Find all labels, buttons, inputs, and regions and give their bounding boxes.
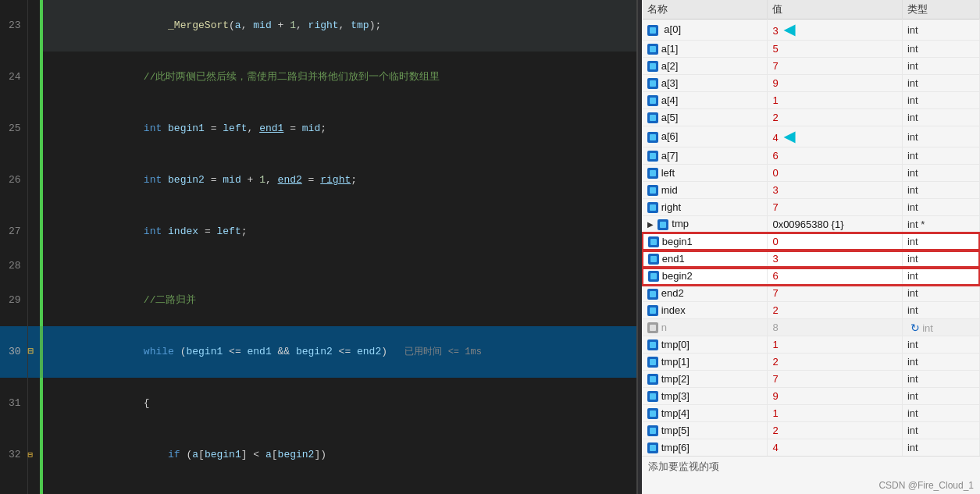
table-row: 33 { bbox=[0, 481, 636, 494]
var-name: a[0] bbox=[643, 20, 768, 41]
var-row-tmp6: tmp[6] 4 int bbox=[643, 439, 979, 457]
var-icon bbox=[647, 168, 658, 179]
var-type: int bbox=[902, 58, 979, 75]
code-content: _MergeSort(a, mid + 1, right, tmp); bbox=[43, 0, 636, 52]
var-value: 1 bbox=[768, 336, 903, 354]
vars-table-wrap[interactable]: 名称 值 类型 a[0] 3 ◀ int bbox=[642, 0, 980, 456]
table-row: 32 ⊟ if (a[begin1] < a[begin2]) bbox=[0, 429, 636, 481]
var-name: tmp[5] bbox=[643, 422, 768, 439]
var-value: 2 bbox=[768, 354, 903, 371]
var-icon bbox=[647, 391, 658, 402]
table-row: 30 ⊟ while (begin1 <= end1 && begin2 <= … bbox=[0, 326, 636, 378]
gutter-area: ⊟ bbox=[27, 429, 40, 481]
code-content: { bbox=[43, 378, 636, 429]
var-icon bbox=[648, 254, 659, 265]
vars-table: 名称 值 类型 a[0] 3 ◀ int bbox=[642, 0, 980, 456]
var-value: 2 bbox=[768, 302, 903, 319]
add-watch-label: 添加要监视的项 bbox=[648, 460, 719, 472]
gutter-area bbox=[27, 378, 40, 429]
var-value: 5 bbox=[768, 41, 903, 58]
var-value: 7 bbox=[768, 58, 903, 75]
var-icon bbox=[647, 132, 658, 143]
var-type: int bbox=[902, 165, 979, 182]
var-icon bbox=[647, 95, 658, 106]
var-type: int bbox=[902, 20, 979, 41]
var-name: index bbox=[643, 302, 768, 319]
var-name: begin1 bbox=[643, 233, 768, 251]
var-row-left: left 0 int bbox=[643, 165, 979, 182]
var-type: int bbox=[902, 354, 979, 371]
table-row: 28 bbox=[0, 258, 636, 275]
var-icon bbox=[647, 408, 658, 419]
var-row-a2: a[2] 7 int bbox=[643, 58, 979, 75]
line-number: 24 bbox=[0, 52, 27, 103]
table-row: 24 //此时两侧已然后续，需使用二路归并将他们放到一个临时数组里 bbox=[0, 52, 636, 103]
var-value: 1 bbox=[768, 92, 903, 109]
var-row-tmp2: tmp[2] 7 int bbox=[643, 371, 979, 388]
var-row-a7: a[7] 6 int bbox=[643, 147, 979, 165]
gutter-area bbox=[27, 481, 40, 494]
var-type: int bbox=[902, 233, 979, 251]
var-icon bbox=[647, 44, 658, 55]
var-name: tmp[6] bbox=[643, 439, 768, 457]
var-row-a5: a[5] 2 int bbox=[643, 109, 979, 126]
var-icon bbox=[647, 374, 658, 385]
var-value: 7 bbox=[768, 199, 903, 216]
var-type: ↻ int bbox=[902, 319, 979, 336]
var-icon bbox=[647, 425, 658, 436]
code-area: 23 _MergeSort(a, mid + 1, right, tmp); 2… bbox=[0, 0, 636, 494]
vars-panel: 名称 值 类型 a[0] 3 ◀ int bbox=[642, 0, 980, 494]
var-row-a0: a[0] 3 ◀ int bbox=[643, 20, 979, 41]
var-name: mid bbox=[643, 182, 768, 199]
var-row-a6: a[6] 4 ◀ int bbox=[643, 126, 979, 147]
code-content: //二路归并 bbox=[43, 275, 636, 326]
table-row: 26 int begin2 = mid + 1, end2 = right; bbox=[0, 155, 636, 206]
refresh-icon[interactable]: ↻ bbox=[911, 322, 920, 334]
var-type: int bbox=[902, 199, 979, 216]
line-number: 26 bbox=[0, 155, 27, 206]
var-row-mid: mid 3 int bbox=[643, 182, 979, 199]
var-value: 3 bbox=[768, 182, 903, 199]
var-type: int bbox=[902, 41, 979, 58]
var-value: 3 bbox=[768, 251, 903, 268]
vars-header-row: 名称 值 类型 bbox=[643, 0, 979, 20]
vars-type-col-header: 类型 bbox=[902, 0, 979, 20]
code-content: if (a[begin1] < a[begin2]) bbox=[43, 429, 636, 481]
var-type: int bbox=[902, 371, 979, 388]
var-value: 9 bbox=[768, 75, 903, 92]
expand-arrow-icon[interactable]: ▶ bbox=[647, 220, 654, 229]
var-row-a3: a[3] 9 int bbox=[643, 75, 979, 92]
var-value: 3 ◀ bbox=[768, 20, 903, 41]
line-number: 32 bbox=[0, 429, 27, 481]
var-name: tmp[3] bbox=[643, 388, 768, 405]
var-row-right: right 7 int bbox=[643, 199, 979, 216]
vars-name-col-header: 名称 bbox=[643, 0, 768, 20]
watermark-text: CSDN @Fire_Cloud_1 bbox=[878, 480, 974, 491]
add-watch-area[interactable]: 添加要监视的项 bbox=[642, 456, 980, 477]
var-value: 2 bbox=[768, 109, 903, 126]
line-number: 33 bbox=[0, 481, 27, 494]
var-value: 6 bbox=[768, 268, 903, 285]
var-icon bbox=[647, 305, 658, 316]
var-name: tmp[4] bbox=[643, 405, 768, 422]
var-value: 8 bbox=[768, 319, 903, 336]
var-type: int bbox=[902, 251, 979, 268]
gutter-area bbox=[27, 258, 40, 275]
var-type: int bbox=[902, 439, 979, 457]
gutter-area bbox=[27, 103, 40, 155]
var-name: begin2 bbox=[643, 268, 768, 285]
var-name: a[1] bbox=[643, 41, 768, 58]
watermark: CSDN @Fire_Cloud_1 bbox=[642, 477, 980, 494]
var-name: a[2] bbox=[643, 58, 768, 75]
var-name: left bbox=[643, 165, 768, 182]
var-icon bbox=[648, 236, 659, 247]
vars-value-col-header: 值 bbox=[768, 0, 903, 20]
var-type: int bbox=[902, 92, 979, 109]
var-icon bbox=[647, 202, 658, 213]
code-content: //此时两侧已然后续，需使用二路归并将他们放到一个临时数组里 bbox=[43, 52, 636, 103]
var-row-tmp1: tmp[1] 2 int bbox=[643, 354, 979, 371]
code-content: while (begin1 <= end1 && begin2 <= end2)… bbox=[43, 326, 636, 378]
var-icon bbox=[648, 271, 659, 282]
var-name: a[6] bbox=[643, 126, 768, 147]
var-icon-gray bbox=[647, 322, 658, 333]
